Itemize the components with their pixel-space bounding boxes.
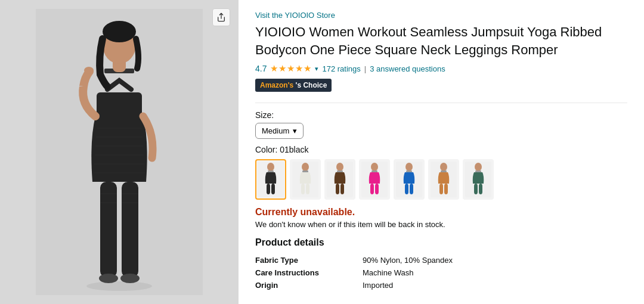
- star-5-half: ★: [304, 63, 311, 74]
- color-swatch-03brown[interactable]: [324, 159, 355, 200]
- svg-rect-36: [371, 170, 377, 172]
- svg-point-39: [405, 163, 413, 171]
- product-image: [0, 0, 239, 304]
- svg-rect-34: [340, 184, 344, 194]
- color-swatch-07teal[interactable]: [463, 159, 494, 200]
- svg-rect-45: [439, 184, 443, 194]
- svg-rect-32: [337, 170, 343, 172]
- svg-rect-42: [410, 184, 413, 194]
- svg-rect-24: [268, 170, 274, 172]
- svg-point-43: [440, 163, 447, 171]
- svg-point-10: [103, 21, 136, 42]
- rating-chevron-icon[interactable]: ▾: [315, 65, 318, 73]
- detail-value: Imported: [363, 279, 518, 291]
- svg-rect-30: [306, 184, 309, 194]
- detail-label: Fabric Type: [255, 254, 363, 266]
- svg-rect-38: [375, 184, 379, 194]
- unavailable-sub: We don't know when or if this item will …: [255, 220, 627, 229]
- star-2: ★: [278, 63, 286, 74]
- details-table: Fabric Type90% Nylon, 10% SpandexCare In…: [255, 254, 518, 291]
- color-value: 01black: [280, 145, 308, 154]
- table-row: Fabric Type90% Nylon, 10% Spandex: [255, 254, 518, 266]
- svg-point-31: [336, 163, 343, 171]
- svg-rect-33: [336, 184, 339, 194]
- svg-rect-50: [479, 184, 482, 194]
- svg-rect-3: [122, 182, 138, 277]
- star-4: ★: [295, 63, 303, 74]
- svg-rect-48: [475, 170, 481, 172]
- svg-point-35: [371, 163, 378, 171]
- svg-rect-41: [405, 184, 408, 194]
- svg-rect-28: [302, 170, 308, 172]
- product-detail-panel: Visit the YIOIOIO Store YIOIOIO Women Wo…: [239, 0, 644, 304]
- table-row: OriginImported: [255, 279, 518, 291]
- share-button[interactable]: [212, 8, 230, 26]
- product-image-panel: [0, 0, 239, 304]
- answered-questions-link[interactable]: 3 answered questions: [370, 64, 445, 73]
- size-label: Size:: [255, 110, 627, 120]
- unavailable-text: Currently unavailable.: [255, 207, 627, 218]
- product-title: YIOIOIO Women Workout Seamless Jumpsuit …: [255, 23, 619, 58]
- size-dropdown[interactable]: Medium ▾: [255, 123, 304, 139]
- svg-point-27: [302, 163, 309, 171]
- size-section: Size: Medium ▾: [255, 110, 627, 139]
- amazon-choice-badge: Amazon's 's Choice: [255, 79, 332, 92]
- store-link[interactable]: Visit the YIOIOIO Store: [255, 11, 627, 20]
- svg-rect-26: [271, 184, 275, 194]
- svg-rect-49: [474, 184, 478, 194]
- product-details-section: Product details Fabric Type90% Nylon, 10…: [255, 237, 627, 291]
- size-value: Medium: [262, 126, 289, 135]
- divider-dot: |: [364, 64, 366, 73]
- ratings-row: 4.7 ★ ★ ★ ★ ★ ▾ 172 ratings | 3 answered…: [255, 63, 627, 74]
- amazon-choice-suffix: 's: [296, 81, 304, 89]
- svg-point-47: [475, 163, 482, 171]
- svg-rect-46: [444, 184, 448, 194]
- color-swatches-container: [255, 159, 627, 200]
- star-rating: ★ ★ ★ ★ ★: [270, 63, 311, 74]
- color-label: Color: 01black: [255, 145, 627, 154]
- product-details-title: Product details: [255, 237, 627, 248]
- svg-point-5: [120, 274, 140, 283]
- svg-rect-25: [267, 184, 270, 194]
- star-1: ★: [270, 63, 278, 74]
- color-swatch-05blue[interactable]: [394, 159, 425, 200]
- svg-rect-40: [406, 170, 412, 172]
- svg-point-21: [84, 67, 94, 74]
- svg-rect-2: [100, 182, 117, 277]
- detail-label: Care Instructions: [255, 266, 363, 279]
- table-row: Care InstructionsMachine Wash: [255, 266, 518, 279]
- color-swatch-01black[interactable]: [255, 159, 286, 200]
- svg-rect-6: [97, 92, 142, 119]
- svg-rect-37: [370, 184, 374, 194]
- svg-rect-29: [301, 184, 305, 194]
- color-swatch-06tan[interactable]: [428, 159, 459, 200]
- size-chevron-icon: ▾: [293, 126, 297, 135]
- rating-number: 4.7: [255, 64, 267, 73]
- section-divider: [255, 103, 627, 103]
- svg-point-1: [86, 281, 152, 291]
- color-swatch-02white[interactable]: [290, 159, 321, 200]
- amazon-choice-word: Choice: [303, 81, 327, 89]
- detail-value: Machine Wash: [363, 266, 518, 279]
- detail-value: 90% Nylon, 10% Spandex: [363, 254, 518, 266]
- svg-point-23: [267, 163, 274, 171]
- star-3: ★: [287, 63, 295, 74]
- ratings-count-link[interactable]: 172 ratings: [322, 64, 360, 73]
- color-section: Color: 01black: [255, 145, 627, 200]
- color-swatch-04pink[interactable]: [359, 159, 390, 200]
- amazon-choice-text: Amazon's: [260, 81, 293, 89]
- svg-point-4: [99, 274, 118, 283]
- detail-label: Origin: [255, 279, 363, 291]
- svg-rect-44: [441, 170, 447, 172]
